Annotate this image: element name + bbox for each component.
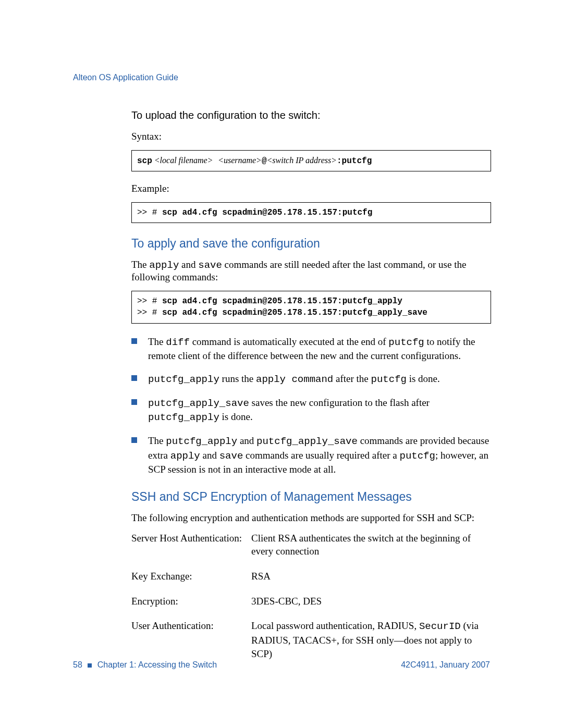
apply-intro: The apply and save commands are still ne… (131, 259, 491, 283)
code-param: <local filename> (152, 156, 213, 165)
running-header: Alteon OS Application Guide (73, 73, 490, 82)
def-term: Key Exchange: (131, 570, 251, 583)
syntax-label: Syntax: (131, 131, 491, 143)
page-number: 58 (73, 660, 82, 669)
list-item: The diff command is automatically execut… (131, 335, 491, 363)
def-value: RSA (251, 570, 491, 583)
footer-right: 42C4911, January 2007 (401, 660, 490, 670)
prompt: >> # (137, 297, 162, 306)
prompt: >> # (137, 308, 162, 317)
section-heading: SSH and SCP Encryption of Management Mes… (131, 490, 491, 504)
prompt: >> # (137, 208, 162, 217)
code-param: <username> (218, 156, 262, 165)
def-value: 3DES-CBC, DES (251, 595, 491, 608)
code-line: scp ad4.cfg scpadmin@205.178.15.157:putc… (162, 208, 372, 217)
list-item: putcfg_apply_save saves the new configur… (131, 396, 491, 425)
square-bullet-icon (88, 663, 92, 668)
def-value: Client RSA authenticates the switch at t… (251, 532, 491, 558)
list-item: putcfg_apply runs the apply command afte… (131, 372, 491, 387)
definition-row: User Authentication: Local password auth… (131, 619, 491, 660)
apply-codebox: >> # scp ad4.cfg scpadmin@205.178.15.157… (131, 291, 491, 324)
code-suffix: :putcfg (337, 156, 372, 166)
definition-row: Key Exchange: RSA (131, 570, 491, 583)
def-term: Encryption: (131, 595, 251, 608)
definition-list: Server Host Authentication: Client RSA a… (131, 532, 491, 660)
code-at: @ (262, 156, 267, 166)
page-content: Alteon OS Application Guide To upload th… (73, 73, 490, 672)
chapter-label: Chapter 1: Accessing the Switch (97, 660, 217, 669)
code-line: scp ad4.cfg scpadmin@205.178.15.157:putc… (162, 308, 427, 317)
list-item: The putcfg_apply and putcfg_apply_save c… (131, 434, 491, 476)
page-footer: 58 Chapter 1: Accessing the Switch 42C49… (73, 660, 490, 670)
def-term: Server Host Authentication: (131, 532, 251, 558)
code-param: <switch IP address> (267, 156, 337, 165)
code-cmd: scp (137, 156, 152, 166)
example-codebox: >> # scp ad4.cfg scpadmin@205.178.15.157… (131, 202, 491, 223)
definition-row: Encryption: 3DES-CBC, DES (131, 595, 491, 608)
footer-left: 58 Chapter 1: Accessing the Switch (73, 660, 217, 670)
def-value: Local password authentication, RADIUS, S… (251, 619, 491, 660)
bullet-list: The diff command is automatically execut… (131, 335, 491, 476)
ssh-intro: The following encryption and authenticat… (131, 512, 491, 524)
definition-row: Server Host Authentication: Client RSA a… (131, 532, 491, 558)
step-title: To upload the configuration to the switc… (131, 109, 491, 121)
syntax-codebox: scp <local filename> <username>@<switch … (131, 150, 491, 171)
code-line: scp ad4.cfg scpadmin@205.178.15.157:putc… (162, 297, 402, 306)
example-label: Example: (131, 183, 491, 195)
body-content: To upload the configuration to the switc… (131, 109, 491, 660)
section-heading: To apply and save the configuration (131, 237, 491, 251)
def-term: User Authentication: (131, 619, 251, 660)
